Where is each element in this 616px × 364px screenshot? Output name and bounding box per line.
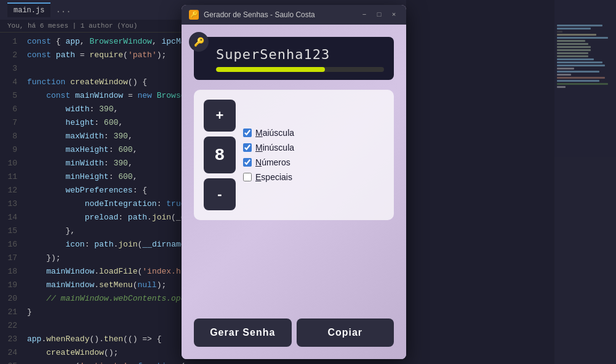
controls-panel: + 8 - Maiúscula Minúscula Números bbox=[194, 90, 394, 220]
password-section: 🔑 SuperSenha123 bbox=[194, 37, 394, 80]
modal-titlebar: 🔑 Gerador de Senhas - Saulo Costa − □ × bbox=[182, 5, 406, 25]
line-numbers: 12345 678910 1112131415 1617181920 21222… bbox=[0, 33, 22, 364]
minimap-line bbox=[557, 86, 566, 88]
checkbox-minuscula-label: Minúscula bbox=[255, 143, 294, 152]
checkbox-numeros-label: Números bbox=[255, 157, 290, 167]
increment-button[interactable]: + bbox=[204, 100, 236, 132]
titlebar-app-icon: 🔑 bbox=[189, 10, 199, 20]
tab-main-js[interactable]: main.js bbox=[7, 2, 50, 17]
minimap-line bbox=[557, 77, 605, 79]
minimize-button[interactable]: − bbox=[359, 10, 369, 20]
checkbox-minuscula[interactable]: Minúscula bbox=[243, 143, 384, 152]
minimap-line bbox=[557, 58, 594, 60]
minimap-line bbox=[557, 40, 585, 42]
checkbox-numeros[interactable]: Números bbox=[243, 157, 384, 167]
modal-title: Gerador de Senhas - Saulo Costa bbox=[204, 10, 354, 19]
checkbox-especiais[interactable]: Especiais bbox=[243, 172, 384, 182]
checkbox-numeros-input[interactable] bbox=[243, 158, 252, 167]
minimap-line bbox=[557, 49, 591, 51]
generate-button[interactable]: Gerar Senha bbox=[194, 318, 292, 347]
checkboxes-group: Maiúscula Minúscula Números Especiais bbox=[243, 128, 384, 182]
checkbox-maiuscula-label: Maiúscula bbox=[255, 128, 294, 138]
minimap-line bbox=[557, 61, 602, 63]
modal-window: 🔑 Gerador de Senhas - Saulo Costa − □ × … bbox=[182, 5, 406, 359]
strength-bar-fill bbox=[216, 67, 325, 72]
counter-group: + 8 - bbox=[204, 100, 236, 210]
password-display: SuperSenha123 bbox=[194, 37, 394, 80]
minimap bbox=[554, 0, 616, 364]
minimap-line bbox=[557, 65, 605, 66]
minimap-line bbox=[557, 34, 596, 36]
checkbox-maiuscula-input[interactable] bbox=[243, 129, 252, 137]
minimap-line bbox=[557, 37, 608, 39]
counter-display: 8 bbox=[204, 136, 236, 173]
minimap-line bbox=[557, 83, 608, 85]
minimap-line bbox=[557, 25, 602, 26]
checkbox-especiais-input[interactable] bbox=[243, 173, 252, 181]
tab-dots: ... bbox=[55, 5, 71, 15]
modal-body: 🔑 SuperSenha123 + 8 - Maiúscula bbox=[182, 25, 406, 359]
close-button[interactable]: × bbox=[389, 10, 399, 20]
minimap-line bbox=[557, 68, 574, 69]
checkbox-maiuscula[interactable]: Maiúscula bbox=[243, 128, 384, 138]
minimap-line bbox=[557, 52, 588, 54]
key-icon: 🔑 bbox=[189, 32, 209, 52]
minimap-line bbox=[557, 71, 599, 73]
minimap-line bbox=[557, 46, 591, 48]
checkbox-especiais-label: Especiais bbox=[255, 172, 292, 182]
decrement-button[interactable]: - bbox=[204, 178, 236, 210]
minimap-line bbox=[557, 80, 599, 82]
minimap-panel bbox=[554, 0, 616, 364]
minimap-line bbox=[557, 28, 591, 30]
spacer bbox=[194, 230, 394, 309]
password-text: SuperSenha123 bbox=[216, 47, 384, 62]
minimap-line bbox=[557, 55, 588, 57]
strength-bar-background bbox=[216, 67, 384, 72]
minimap-line bbox=[557, 43, 588, 45]
minimap-line bbox=[557, 74, 571, 76]
copy-button[interactable]: Copiar bbox=[297, 318, 394, 347]
checkbox-minuscula-input[interactable] bbox=[243, 143, 252, 152]
minimap-line bbox=[557, 31, 562, 33]
maximize-button[interactable]: □ bbox=[374, 10, 384, 20]
action-buttons: Gerar Senha Copiar bbox=[194, 318, 394, 347]
